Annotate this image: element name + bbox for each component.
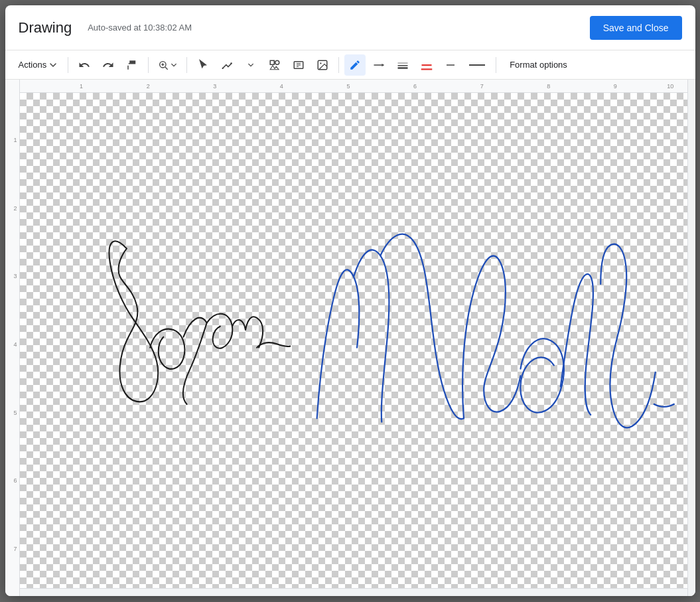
toolbar-divider-1	[68, 57, 68, 73]
svg-point-4	[222, 67, 224, 68]
ruler-left-mark-4: 4	[5, 341, 19, 348]
ruler-top-mark-10: 10	[667, 83, 673, 90]
short-line-button[interactable]	[440, 54, 461, 76]
line-style-icon	[373, 59, 385, 71]
format-options-button[interactable]: Format options	[504, 54, 573, 76]
chevron-down-icon-zoom	[171, 62, 177, 68]
ruler-top: 1 2 3 4 5 6 7 8 9 10	[20, 80, 687, 93]
ruler-top-mark-6: 6	[413, 83, 417, 90]
zoom-icon	[158, 60, 169, 70]
autosave-status: Auto-saved at 10:38:02 AM	[88, 23, 589, 33]
ruler-left-mark-7: 7	[5, 546, 19, 552]
pen-icon	[349, 59, 361, 71]
line-style-button[interactable]	[368, 54, 389, 76]
shape-tool-button[interactable]	[264, 54, 285, 76]
svg-point-7	[275, 60, 279, 64]
line-tool-dropdown[interactable]	[240, 54, 261, 76]
redo-button[interactable]	[98, 54, 119, 76]
toolbar-divider-5	[496, 57, 496, 73]
line-weight-icon	[397, 59, 409, 71]
ruler-top-mark-8: 8	[547, 83, 550, 90]
line-tool-button[interactable]	[216, 54, 238, 76]
line-weight-button[interactable]	[392, 54, 413, 76]
dashed-line-button[interactable]	[464, 54, 490, 76]
line-color-icon	[421, 59, 433, 71]
line-color-button[interactable]	[416, 54, 437, 76]
svg-point-5	[230, 62, 232, 64]
chevron-down-icon	[49, 61, 57, 69]
dialog-header: Drawing Auto-saved at 10:38:02 AM Save a…	[5, 5, 695, 50]
scrollbar-bottom[interactable]	[20, 588, 687, 596]
ruler-top-mark-1: 1	[80, 83, 83, 90]
toolbar-divider-4	[338, 57, 339, 73]
pen-tool-button[interactable]	[344, 54, 366, 76]
ruler-left: 1 2 3 4 5 6 7	[5, 80, 20, 596]
undo-icon	[78, 59, 90, 71]
drawing-canvas-inner	[20, 93, 687, 588]
ruler-left-mark-2: 2	[5, 205, 19, 212]
actions-menu-button[interactable]: Actions	[13, 54, 63, 76]
ruler-left-mark-6: 6	[5, 477, 19, 484]
ruler-top-mark-4: 4	[280, 83, 283, 90]
canvas-area: 1 2 3 4 5 6 7 1 2 3 4 5 6 7 8	[5, 80, 695, 596]
dashed-line-icon	[468, 59, 486, 71]
toolbar-divider-3	[186, 57, 187, 73]
ruler-left-mark-1: 1	[5, 137, 19, 143]
shape-icon	[269, 59, 281, 71]
ruler-top-mark-5: 5	[346, 83, 350, 90]
scrollbar-right[interactable]	[687, 80, 695, 596]
signature-drawing	[20, 93, 687, 588]
line-draw-icon	[221, 59, 233, 71]
ruler-top-mark-9: 9	[614, 83, 617, 90]
ruler-top-mark-7: 7	[480, 83, 484, 90]
svg-line-1	[165, 67, 168, 70]
actions-label: Actions	[19, 60, 47, 70]
select-tool-button[interactable]	[192, 54, 214, 76]
zoom-button[interactable]	[154, 54, 181, 76]
svg-marker-15	[382, 63, 384, 66]
paint-format-icon	[126, 59, 138, 71]
canvas-container: 1 2 3 4 5 6 7 8 9 10	[20, 80, 687, 596]
dialog-title: Drawing	[19, 19, 72, 37]
cursor-icon	[197, 59, 209, 71]
ruler-top-marks: 1 2 3 4 5 6 7 8 9 10	[20, 80, 687, 91]
save-and-close-button[interactable]: Save and Close	[590, 16, 682, 40]
undo-button[interactable]	[74, 54, 95, 76]
svg-rect-20	[421, 68, 433, 70]
ruler-top-mark-3: 3	[213, 83, 216, 90]
ruler-left-mark-5: 5	[5, 410, 19, 416]
drawing-dialog: Drawing Auto-saved at 10:38:02 AM Save a…	[5, 5, 695, 596]
short-line-icon	[445, 59, 456, 71]
ruler-top-mark-2: 2	[147, 83, 150, 90]
image-tool-button[interactable]	[312, 54, 333, 76]
paint-format-button[interactable]	[121, 54, 143, 76]
redo-icon	[102, 59, 114, 71]
textbox-tool-button[interactable]	[288, 54, 309, 76]
svg-point-13	[320, 62, 321, 64]
toolbar-divider-2	[148, 57, 149, 73]
chevron-down-icon-line	[247, 62, 254, 68]
ruler-left-mark-3: 3	[5, 273, 19, 279]
drawing-canvas[interactable]	[20, 93, 687, 588]
svg-rect-6	[270, 60, 274, 64]
drawing-toolbar: Actions	[5, 50, 695, 80]
textbox-icon	[293, 59, 305, 71]
image-icon	[316, 59, 328, 71]
